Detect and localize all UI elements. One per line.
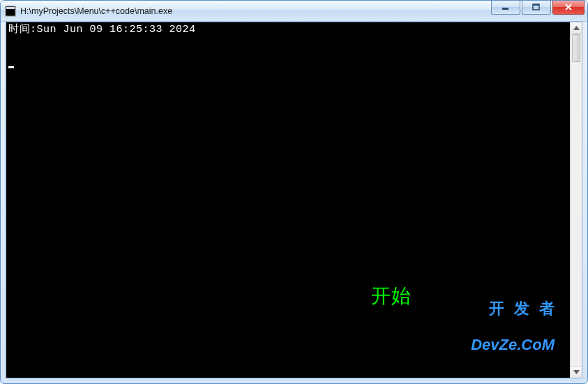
console-output: 时间:Sun Jun 09 16:25:33 2024 开始 开发者 DevZe… xyxy=(6,22,570,378)
maximize-button[interactable] xyxy=(522,1,551,15)
svg-marker-8 xyxy=(573,370,580,374)
close-button[interactable] xyxy=(552,1,585,15)
text-cursor xyxy=(8,66,14,68)
close-icon xyxy=(564,3,573,10)
scroll-thumb[interactable] xyxy=(572,34,580,62)
chevron-up-icon xyxy=(573,26,580,30)
minimize-icon xyxy=(502,3,510,10)
start-label: 开始 xyxy=(371,290,411,302)
window-title: H:\myProjects\Menu\c++code\main.exe xyxy=(20,6,490,16)
minimize-button[interactable] xyxy=(491,1,520,15)
time-label: 时间 xyxy=(8,24,30,36)
scroll-track[interactable] xyxy=(571,34,582,366)
time-value: Sun Jun 09 16:25:33 2024 xyxy=(37,24,196,36)
window-controls xyxy=(490,1,585,21)
client-area: 时间:Sun Jun 09 16:25:33 2024 开始 开发者 DevZe… xyxy=(6,22,582,378)
chevron-down-icon xyxy=(573,370,580,374)
app-icon xyxy=(5,6,16,17)
maximize-icon xyxy=(532,3,541,10)
blank-line xyxy=(8,36,15,47)
scroll-down-button[interactable] xyxy=(571,366,582,378)
watermark-line1: 开发者 xyxy=(471,301,564,316)
svg-rect-2 xyxy=(502,8,508,10)
watermark-line2: DevZe.CoM xyxy=(471,337,555,353)
titlebar[interactable]: H:\myProjects\Menu\c++code\main.exe xyxy=(1,1,587,22)
watermark: 开发者 DevZe.CoM xyxy=(471,280,555,374)
svg-rect-4 xyxy=(533,4,539,6)
scroll-up-button[interactable] xyxy=(571,22,582,34)
svg-marker-7 xyxy=(573,26,580,30)
vertical-scrollbar[interactable] xyxy=(570,22,582,378)
svg-rect-1 xyxy=(6,7,15,9)
window-frame: H:\myProjects\Menu\c++code\main.exe xyxy=(0,0,588,384)
